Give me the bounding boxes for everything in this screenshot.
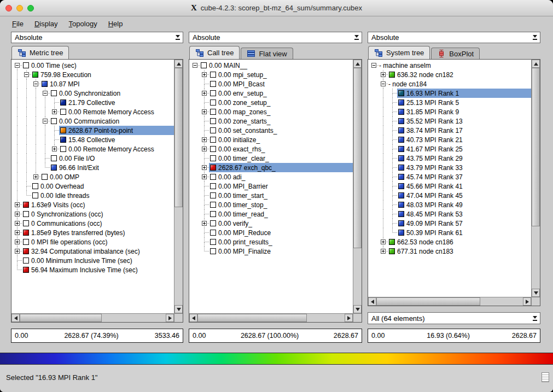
tree-row[interactable]: 43.75 MPI Rank 29 [369, 154, 531, 163]
expand-icon[interactable] [202, 72, 207, 77]
tree-item[interactable]: 47.04 MPI Rank 45 [397, 191, 531, 200]
tree-item[interactable]: 1.63e9 Visits (occ) [22, 200, 174, 209]
tree-row[interactable]: 677.31 node cn183 [369, 247, 531, 256]
tree-row[interactable]: 0 Synchronizations (occ) [13, 209, 174, 219]
menu-item-topology[interactable]: Topology [69, 20, 97, 28]
tree-item[interactable]: - machine anselm [379, 61, 531, 70]
call-value-mode-select[interactable]: Absolute [189, 32, 362, 43]
menu-item-display[interactable]: Display [34, 20, 58, 28]
tree-row[interactable]: 759.98 Execution [13, 70, 174, 79]
tree-item[interactable]: 0.00 MAIN__ [200, 61, 353, 70]
tab-call-tree[interactable]: Call tree [189, 46, 240, 59]
horizontal-scrollbar[interactable] [189, 313, 353, 322]
tree-row[interactable]: 0.00 timer_start_ [190, 191, 353, 200]
tree-item[interactable]: 35.52 MPI Rank 13 [397, 116, 531, 126]
menu-item-help[interactable]: Help [108, 20, 123, 28]
tree-row[interactable]: 0.00 print_results_ [190, 237, 353, 247]
tree-row[interactable]: 31.85 MPI Rank 9 [369, 107, 531, 116]
tree-row[interactable]: 0 Communications (occ) [13, 219, 174, 228]
tree-item[interactable]: 41.67 MPI Rank 25 [397, 144, 531, 154]
collapse-icon[interactable] [193, 63, 197, 68]
expand-icon[interactable] [202, 221, 207, 226]
note-icon[interactable] [542, 372, 549, 382]
tree-row[interactable]: 0.00 Synchronization [13, 89, 174, 98]
tree-row[interactable]: 0.00 Remote Memory Access [13, 144, 174, 154]
tree-item[interactable]: 25.13 MPI Rank 5 [397, 98, 531, 107]
scroll-down-button[interactable] [174, 305, 183, 313]
tree-item[interactable]: 32.94 Computational imbalance (sec) [22, 247, 174, 256]
tree-item[interactable]: 15.48 Collective [59, 135, 174, 144]
collapse-icon[interactable] [24, 72, 29, 77]
tree-item[interactable]: 0.00 MPI_Reduce [209, 228, 353, 237]
scroll-up-button[interactable] [174, 60, 183, 68]
tab-metric-tree[interactable]: Metric tree [11, 46, 69, 59]
tree-item[interactable]: 2628.67 exch_qbc_ [209, 163, 353, 172]
tree-item[interactable]: 31.85 MPI Rank 9 [397, 107, 531, 116]
tree-item[interactable]: 0.00 MPI_Finalize [209, 247, 353, 256]
collapse-icon[interactable] [381, 81, 386, 86]
tree-item[interactable]: 0.00 env_setup_ [209, 89, 353, 98]
collapse-icon[interactable] [15, 63, 20, 68]
tree-row[interactable]: 0.00 MPI_Bcast [190, 79, 353, 89]
tree-item[interactable]: 0.00 print_results_ [209, 237, 353, 247]
tree-row[interactable]: 48.03 MPI Rank 49 [369, 200, 531, 209]
tree-item[interactable]: - node cn184 [388, 79, 531, 89]
tree-item[interactable]: 0.00 zone_starts_ [209, 116, 353, 126]
tree-row[interactable]: 0.00 Overhead [13, 182, 174, 191]
scrollbar-thumb[interactable] [197, 314, 307, 322]
tree-item[interactable]: 0.00 File I/O [50, 154, 174, 163]
scrollbar-thumb[interactable] [20, 314, 102, 322]
collapse-icon[interactable] [43, 91, 48, 96]
tree-row[interactable]: 38.74 MPI Rank 17 [369, 126, 531, 135]
tree-row[interactable]: 0.00 OMP [13, 172, 174, 182]
tree-item[interactable]: 0.00 Remote Memory Access [59, 144, 174, 154]
expand-icon[interactable] [15, 212, 20, 217]
tree-row[interactable]: 50.39 MPI Rank 61 [369, 228, 531, 237]
tree-item[interactable]: 1.85e9 Bytes transferred (bytes) [22, 228, 174, 237]
tree-item[interactable]: 2628.67 Point-to-point [59, 126, 174, 135]
tree-row[interactable]: 45.66 MPI Rank 41 [369, 182, 531, 191]
tree-row[interactable]: 41.67 MPI Rank 25 [369, 144, 531, 154]
tab-system-tree[interactable]: System tree [368, 46, 430, 59]
tree-row[interactable]: 40.73 MPI Rank 21 [369, 135, 531, 144]
scroll-down-button[interactable] [353, 305, 362, 313]
tree-item[interactable]: 50.39 MPI Rank 61 [397, 228, 531, 237]
tree-item[interactable]: 0.00 mpi_setup_ [209, 70, 353, 79]
tree-row[interactable]: 49.09 MPI Rank 57 [369, 219, 531, 228]
tree-row[interactable]: 0.00 map_zones_ [190, 107, 353, 116]
expand-icon[interactable] [202, 91, 207, 96]
tree-item[interactable]: 636.32 node cn182 [388, 70, 531, 79]
tree-item[interactable]: 16.93 MPI Rank 1 [397, 89, 531, 98]
tree-row[interactable]: 0.00 initialize_ [190, 135, 353, 144]
tree-item[interactable]: 0 Communications (occ) [22, 219, 174, 228]
tree-row[interactable]: 0.00 set_constants_ [190, 126, 353, 135]
menu-item-file[interactable]: File [12, 20, 24, 28]
tree-row[interactable]: 0.00 adi_ [190, 172, 353, 182]
tree-item[interactable]: 48.45 MPI Rank 53 [397, 209, 531, 219]
vertical-scrollbar[interactable] [174, 60, 183, 313]
tree-item[interactable]: 0.00 map_zones_ [209, 107, 353, 116]
tree-item[interactable]: 48.03 MPI Rank 49 [397, 200, 531, 209]
horizontal-scrollbar[interactable] [368, 297, 531, 306]
expand-icon[interactable] [52, 147, 57, 151]
expand-icon[interactable] [15, 221, 20, 226]
tree-row[interactable]: 16.93 MPI Rank 1 [369, 89, 531, 98]
tree-row[interactable]: 0.00 Communication [13, 116, 174, 126]
tree-item[interactable]: 0.00 Idle threads [31, 191, 174, 200]
collapse-icon[interactable] [371, 63, 376, 68]
tree-row[interactable]: 10.87 MPI [13, 79, 174, 89]
tree-row[interactable]: 15.48 Collective [13, 135, 174, 144]
tree-item[interactable]: 43.79 MPI Rank 33 [397, 163, 531, 172]
tree-row[interactable]: 96.66 Init/Exit [13, 163, 174, 172]
collapse-icon[interactable] [33, 81, 38, 86]
vertical-scrollbar[interactable] [531, 60, 540, 297]
scroll-left-button[interactable] [11, 314, 20, 322]
tree-item[interactable]: 0.00 OMP [40, 172, 174, 182]
tree-item[interactable]: 0.00 MPI_Barrier [209, 182, 353, 191]
tree-row[interactable]: - node cn184 [369, 79, 531, 89]
tree-item[interactable]: 0.00 verify_ [209, 219, 353, 228]
scroll-left-button[interactable] [189, 314, 197, 322]
tree-row[interactable]: 32.94 Computational imbalance (sec) [13, 247, 174, 256]
collapse-icon[interactable] [43, 119, 48, 124]
expand-icon[interactable] [381, 72, 386, 77]
